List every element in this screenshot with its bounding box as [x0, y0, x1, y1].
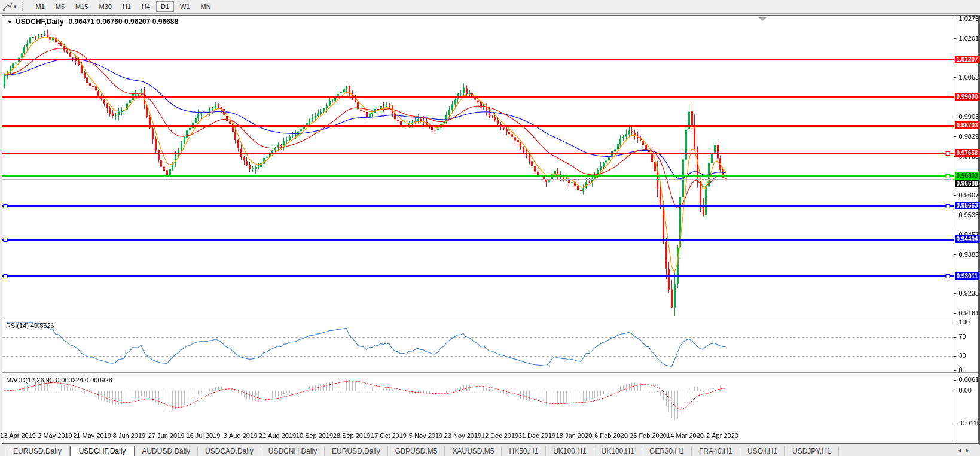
price-badge-pivot: 0.96803 [955, 172, 979, 180]
line-tool-icon[interactable] [2, 2, 13, 11]
timeframe-m30[interactable]: M30 [94, 1, 117, 12]
price-badge-support: 0.95663 [955, 202, 979, 209]
tab-hk50-h1[interactable]: HK50,H1 [502, 446, 546, 456]
tab-usoil-h1[interactable]: USOil,H1 [740, 446, 785, 456]
rsi-indicator-label: RSI(14) 49.8526 [6, 322, 54, 329]
price-badge-resistance: 0.97658 [955, 149, 979, 157]
tab-fra40-h1[interactable]: FRA40,H1 [692, 446, 740, 456]
tab-gbpusd-m5[interactable]: GBPUSD,M5 [388, 446, 445, 456]
tabs-scroll-right-icon[interactable]: ▸ [966, 446, 974, 454]
tab-usdjpy-h1[interactable]: USDJPY,H1 [785, 446, 838, 456]
tab-usdchf-daily[interactable]: USDCHF,Daily [70, 446, 135, 456]
price-badge-current: 0.96688 [955, 180, 979, 187]
chart-canvas[interactable] [0, 0, 980, 456]
tab-usdcnh-daily[interactable]: USDCNH,Daily [261, 446, 325, 456]
chart-title: ▼USDCHF,Daily0.96471 0.96760 0.96207 0.9… [7, 17, 178, 26]
timeframe-h1[interactable]: H1 [118, 1, 136, 12]
tab-usdcad-daily[interactable]: USDCAD,Daily [198, 446, 261, 456]
timeframe-w1[interactable]: W1 [175, 1, 195, 12]
tab-uk100-h1-1[interactable]: UK100,H1 [546, 446, 594, 456]
price-badge-support: 0.93011 [955, 272, 979, 280]
top-toolbar: ▾ M1 M5 M15 M30 H1 H4 D1 W1 MN [0, 0, 980, 14]
timeframe-mn[interactable]: MN [196, 1, 216, 12]
symbol-dropdown-icon[interactable]: ▼ [7, 19, 13, 25]
price-badge-resistance: 0.99800 [955, 93, 979, 101]
tabs-scroll-left-icon[interactable]: ◂ [958, 446, 966, 454]
tab-audusd-daily[interactable]: AUDUSD,Daily [135, 446, 198, 456]
tab-uk100-h1-2[interactable]: UK100,H1 [594, 446, 642, 456]
timeframe-h4[interactable]: H4 [137, 1, 155, 12]
price-badge-support: 0.94404 [955, 235, 979, 243]
price-badge-resistance: 0.98703 [955, 121, 979, 129]
timeframe-m5[interactable]: M5 [51, 1, 69, 12]
price-badge-resistance: 1.01207 [955, 56, 979, 63]
ohlc-values: 0.96471 0.96760 0.96207 0.96688 [69, 17, 179, 26]
timeframe-d1[interactable]: D1 [156, 1, 174, 12]
symbol-timeframe-label: USDCHF,Daily [16, 17, 64, 26]
tab-eurusd-daily-2[interactable]: EURUSD,Daily [325, 446, 388, 456]
tool-dropdown-caret-icon[interactable]: ▾ [14, 4, 17, 10]
macd-indicator-label: MACD(12,26,9) -0.000224 0.000928 [6, 376, 112, 384]
timeframe-m15[interactable]: M15 [71, 1, 93, 12]
mt4-terminal: { "toolbar": { "caret": "▾", "timeframes… [0, 0, 980, 456]
tab-ger30-h1[interactable]: GER30,H1 [642, 446, 692, 456]
chart-tab-bar: EURUSD,Daily USDCHF,Daily AUDUSD,Daily U… [0, 445, 980, 456]
toolbar-grip-handle [22, 2, 26, 11]
timeframe-m1[interactable]: M1 [31, 1, 50, 12]
tab-xauusd-m5[interactable]: XAUUSD,M5 [445, 446, 502, 456]
tab-eurusd-daily-1[interactable]: EURUSD,Daily [5, 446, 70, 456]
